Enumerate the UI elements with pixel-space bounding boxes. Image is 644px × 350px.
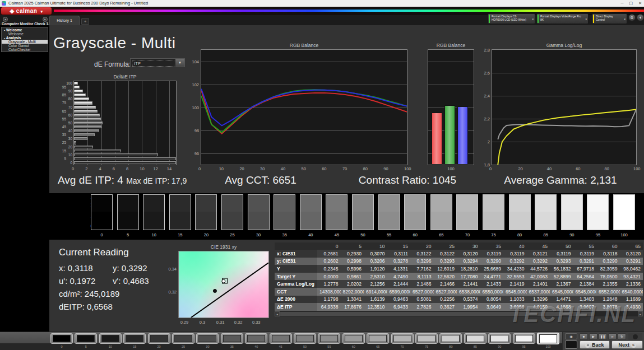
pattern-swatch-65[interactable] — [367, 333, 389, 344]
device-dropdown-1[interactable]: Portrait Displays VideoForge Pro 8K▾ — [536, 13, 589, 24]
table-cell: 78,0500 — [596, 273, 620, 281]
table-cell: 6538,0000 — [457, 288, 480, 296]
pattern-swatch-70[interactable] — [391, 333, 414, 344]
pattern-swatch-0[interactable] — [50, 333, 73, 344]
table-cell: 0,3206 — [364, 258, 387, 265]
gray-swatch-20 — [195, 194, 217, 230]
chevron-down-icon: ▾ — [532, 18, 534, 21]
sidebar-collapse-left-button[interactable]: ◂ — [3, 17, 8, 22]
add-tab-button[interactable]: + — [81, 18, 89, 25]
pattern-swatch-label: 100 — [537, 345, 559, 348]
swatch-actual — [196, 195, 216, 212]
axis-tick-label: 20 — [66, 145, 72, 149]
scroll-left-icon[interactable]: ◂ — [275, 311, 280, 316]
custom-pattern-swatch[interactable] — [565, 340, 577, 349]
table-row-label: x: CIE31 — [275, 250, 317, 258]
series-blue — [201, 89, 407, 126]
axis-tick-label: 90 — [383, 166, 388, 171]
pattern-swatch-15[interactable] — [123, 333, 146, 344]
pattern-swatch-85[interactable] — [464, 333, 487, 344]
swatch-level-label: 55 — [378, 232, 400, 237]
close-icon[interactable]: ✕ — [638, 0, 642, 7]
calman-menu-button[interactable]: ◈ calman ▾ — [1, 7, 52, 15]
pattern-swatch-patch — [539, 334, 557, 343]
pattern-swatch-40[interactable] — [245, 333, 267, 344]
table-cell: 82,3059 — [596, 265, 620, 273]
device-dropdown-2[interactable]: Direct Display Control▾ — [592, 13, 627, 24]
refresh-icon[interactable]: ↻ — [618, 333, 626, 340]
table-cell: 93,4321 — [620, 273, 643, 281]
pattern-swatch-label: 75 — [415, 345, 438, 348]
pattern-swatch-30[interactable] — [196, 333, 219, 344]
swatch-actual — [222, 195, 243, 212]
axis-tick-label: 96 — [190, 151, 199, 156]
sidebar-collapse-right-button[interactable]: ▸ — [43, 17, 48, 22]
pattern-swatch-label: 85 — [464, 345, 487, 348]
swatch-actual — [509, 195, 530, 212]
panel-toggle-icon[interactable]: ⏴ — [637, 14, 644, 21]
table-cell: 34,4230 — [503, 265, 527, 273]
swatch-target — [222, 212, 243, 230]
table-cell: 2,5310 — [364, 273, 387, 281]
pattern-swatch-5[interactable] — [75, 333, 97, 344]
pattern-swatch-45[interactable] — [270, 333, 292, 344]
table-cell: 0,2681 — [317, 250, 341, 258]
swatch-target — [483, 212, 504, 230]
pattern-swatch-90[interactable] — [488, 333, 511, 344]
stop-icon[interactable]: ■ — [580, 333, 588, 340]
pattern-swatch-55[interactable] — [318, 333, 340, 344]
axis-tick-label: 30 — [66, 137, 72, 141]
loop-icon[interactable]: ∞ — [608, 333, 617, 340]
maximize-icon[interactable]: ▢ — [629, 0, 633, 7]
tree-node-color-gamut[interactable]: Color Gamut — [2, 44, 48, 48]
pattern-swatch-95[interactable] — [513, 333, 535, 344]
pattern-swatch-80[interactable] — [439, 333, 462, 344]
pattern-swatch-patch — [126, 335, 143, 342]
swatch-actual — [457, 195, 478, 212]
tree-node-colorchecker[interactable]: ColorChecker — [2, 48, 48, 52]
series-target-gamma — [498, 110, 636, 165]
pattern-swatch-60[interactable] — [342, 333, 365, 344]
tree-node-welcome[interactable]: Welcome — [2, 32, 48, 36]
swatch-target — [274, 212, 295, 230]
table-cell: 17,7080 — [457, 273, 480, 281]
table-cell: 2,1441 — [457, 280, 480, 288]
table-cell: 2,1256 — [364, 280, 387, 288]
tree-node-welcome[interactable]: - Welcome — [2, 28, 48, 32]
tab-history-1[interactable]: History 1 — [49, 16, 80, 25]
tree-node-analysis[interactable]: - Analysis — [2, 36, 48, 40]
gray-swatch-85 — [535, 194, 557, 230]
table-cell: 0,2602 — [317, 258, 341, 265]
window-titlebar: Calman 2025 Calman Ultimate for Business… — [0, 0, 644, 7]
pattern-swatch-25[interactable] — [172, 333, 194, 344]
scroll-right-icon[interactable]: ▸ — [638, 311, 643, 316]
swatch-target — [91, 212, 112, 230]
pattern-swatch-50[interactable] — [294, 333, 316, 344]
pause-icon[interactable]: ❚❚ — [599, 333, 607, 340]
pattern-swatch-10[interactable] — [99, 333, 122, 344]
table-cell: 14308,0000 — [317, 288, 341, 296]
gear-icon[interactable]: ⚙ — [628, 14, 636, 21]
reading-line-3: dEITP: 0,6568 — [59, 300, 149, 313]
eye-icon[interactable]: ◉ — [565, 333, 577, 339]
window-title: Calman 2025 Calman Ultimate for Business… — [8, 0, 148, 7]
swatch-level-label: 5 — [117, 232, 139, 237]
pattern-swatch-100[interactable] — [537, 333, 559, 344]
reading-value: dEITP: 0,6568 — [59, 300, 113, 313]
table-row-label: Y — [275, 265, 317, 273]
pattern-swatch-75[interactable] — [415, 333, 438, 344]
histogram-bar-20 — [74, 146, 93, 148]
de-formula-row: dE Formula: ITP ▼ — [94, 59, 131, 68]
play-icon[interactable]: ▶ — [589, 333, 597, 340]
back-button[interactable]: « Back — [580, 340, 610, 349]
minimize-icon[interactable]: ─ — [621, 0, 624, 7]
de-formula-dropdown[interactable]: ITP ▼ — [130, 58, 185, 67]
next-button[interactable]: Next » — [611, 340, 643, 349]
pattern-swatch-35[interactable] — [221, 333, 243, 344]
histogram-bar-95 — [74, 86, 80, 88]
pattern-swatch-20[interactable] — [148, 333, 170, 344]
device-dropdown-0[interactable]: Portrait Displays C6 HDR5000 LCD (LED Wh… — [488, 13, 535, 24]
pattern-swatch-label: 45 — [270, 345, 292, 348]
table-cell: 0,3119 — [573, 250, 597, 258]
tree-node-grayscale-multi[interactable]: Grayscale - Multi — [2, 40, 48, 44]
